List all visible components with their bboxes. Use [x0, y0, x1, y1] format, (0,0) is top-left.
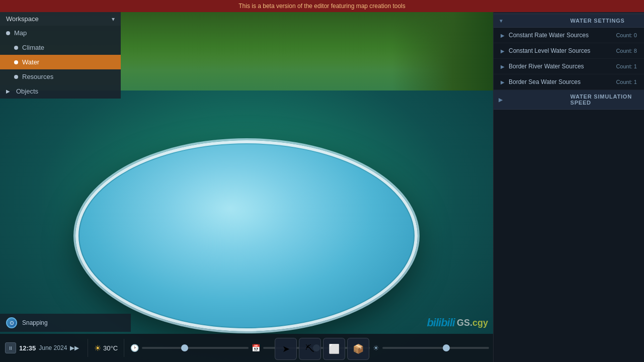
sun-timeline-icon[interactable]: ☀ [373, 344, 379, 352]
bilibili-text: bilibili [427, 316, 455, 329]
sun-slider-track[interactable] [382, 347, 489, 349]
nav-label-water: Water [22, 58, 39, 66]
bottom-bar: ⏸ 12:35 June 2024 ▶▶ ☀ 30°C 🕑 📅 ☀ [0, 334, 493, 362]
cube-tool-button[interactable]: ⬜ [323, 338, 345, 360]
workspace-label: Workspace [6, 15, 39, 23]
constant-rate-label: Constant Rate Water Sources [509, 32, 616, 39]
nav-dot-water [14, 60, 18, 64]
cgy-text: cgy [472, 318, 488, 328]
border-river-arrow-icon: ▶ [501, 64, 505, 69]
beta-message: This is a beta version of the editor fea… [238, 3, 406, 10]
fast-forward-button[interactable]: ▶▶ [70, 344, 79, 351]
snapping-icon[interactable]: ⊙ [6, 317, 17, 328]
box-tool-button[interactable]: 📦 [347, 338, 369, 360]
border-sea-label: Border Sea Water Sources [509, 78, 616, 85]
separator-1 [88, 339, 88, 357]
water-simulation-expand-icon: ▶ [499, 97, 568, 103]
clock-icon[interactable]: 🕑 [130, 344, 139, 352]
border-sea-count: Count: 1 [616, 79, 637, 85]
date-display: June 2024 [39, 344, 67, 351]
box-tool-icon: 📦 [353, 343, 364, 354]
border-sea-arrow-icon: ▶ [501, 79, 505, 85]
sun-slider-thumb[interactable] [443, 344, 450, 351]
border-river-label: Border River Water Sources [509, 63, 616, 70]
workspace-chevron-icon: ▾ [112, 16, 115, 23]
border-river-row[interactable]: ▶ Border River Water Sources Count: 1 [494, 59, 644, 74]
pause-icon: ⏸ [8, 345, 13, 351]
constant-level-row[interactable]: ▶ Constant Level Water Sources Count: 8 [494, 43, 644, 59]
constant-rate-count: Count: 0 [616, 32, 637, 38]
water-settings-expand-icon: ▼ [499, 18, 568, 24]
water-settings-label: WATER SETTINGS [571, 18, 639, 24]
nav-menu: Map Climate Water Resources ▶ Objects [0, 26, 121, 99]
time-slider-track[interactable] [142, 347, 249, 349]
water-circle-rim [75, 140, 418, 331]
nav-label-map: Map [14, 29, 27, 37]
nav-dot-map [6, 31, 10, 35]
water-simulation-section-header[interactable]: ▶ WATER SIMULATION SPEED [494, 90, 644, 110]
watermark: bilibili GS. cgy [427, 316, 488, 329]
nav-label-objects: Objects [16, 87, 38, 95]
constant-level-arrow-icon: ▶ [501, 48, 505, 54]
time-slider-thumb[interactable] [181, 344, 188, 351]
center-toolbar: ➤ ⛏ ⬜ 📦 [275, 338, 369, 360]
workspace-header[interactable]: Workspace ▾ [0, 12, 121, 26]
sidebar-item-objects[interactable]: ▶ Objects [0, 84, 121, 99]
weather-section: ☀ 30°C [90, 343, 122, 353]
gs-text: GS. [457, 318, 472, 328]
constant-level-label: Constant Level Water Sources [509, 47, 616, 54]
border-sea-row[interactable]: ▶ Border Sea Water Sources Count: 1 [494, 74, 644, 90]
calendar-icon[interactable]: 📅 [252, 344, 260, 352]
constant-rate-arrow-icon: ▶ [501, 33, 505, 38]
sidebar-item-resources[interactable]: Resources [0, 69, 121, 84]
arrow-tool-icon: ➤ [282, 343, 290, 354]
snapping-bar: ⊙ Snapping [0, 314, 131, 332]
water-settings-section-header[interactable]: ▼ WATER SETTINGS [494, 14, 644, 28]
water-simulation-label: WATER SIMULATION SPEED [571, 94, 639, 106]
water-circle-outer [75, 140, 418, 331]
constant-rate-row[interactable]: ▶ Constant Rate Water Sources Count: 0 [494, 28, 644, 43]
sidebar-item-water[interactable]: Water [0, 55, 121, 69]
right-panel: Water ─ ✕ ▼ WATER SETTINGS ▶ Constant Ra… [493, 0, 644, 362]
sidebar-item-map[interactable]: Map [0, 26, 121, 40]
objects-expand-icon: ▶ [6, 88, 10, 94]
nav-label-climate: Climate [22, 44, 44, 51]
time-display: 12:35 [19, 344, 36, 352]
nav-dot-resources [14, 75, 18, 79]
snapping-label: Snapping [22, 319, 48, 326]
border-river-count: Count: 1 [616, 63, 637, 69]
pause-button[interactable]: ⏸ [5, 342, 16, 353]
temperature-display: 30°C [103, 344, 118, 352]
separator-2 [124, 339, 124, 357]
weather-sun-icon: ☀ [94, 343, 101, 353]
shovel-tool-icon: ⛏ [305, 344, 314, 354]
left-panel: Workspace ▾ Map Climate Water Resources … [0, 12, 121, 99]
sidebar-item-climate[interactable]: Climate [0, 40, 121, 55]
arrow-tool-button[interactable]: ➤ [275, 338, 297, 360]
cube-tool-icon: ⬜ [329, 343, 340, 354]
top-bar: This is a beta version of the editor fea… [0, 0, 644, 12]
constant-level-count: Count: 8 [616, 48, 637, 54]
nav-label-resources: Resources [22, 73, 53, 80]
time-section: ⏸ 12:35 June 2024 ▶▶ [0, 342, 86, 353]
nav-dot-climate [14, 46, 18, 50]
shovel-tool-button[interactable]: ⛏ [299, 338, 321, 360]
